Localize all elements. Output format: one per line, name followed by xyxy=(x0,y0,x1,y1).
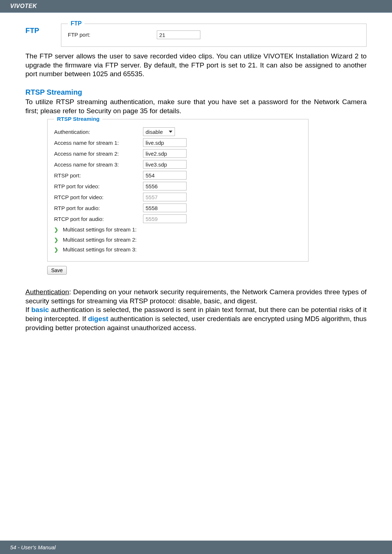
ftp-description: The FTP server allows the user to save r… xyxy=(25,52,367,79)
rtp-audio-row: RTP port for audio: xyxy=(54,204,302,212)
auth-label: Authentication: xyxy=(54,128,143,136)
multicast3-label: Multicast settings for stream 3: xyxy=(63,246,136,253)
rtsp-title: RTSP Streaming xyxy=(25,87,367,97)
rtsp-intro: To utilize RTSP streaming authentication… xyxy=(25,98,367,115)
rtp-video-label: RTP port for video: xyxy=(54,183,143,190)
basic-keyword: basic xyxy=(31,306,49,313)
stream3-row: Access name for stream 3: xyxy=(54,160,302,169)
footer-text: 54 - User's Manual xyxy=(10,544,56,550)
multicast-row-1[interactable]: ❯ Multicast settings for stream 1: xyxy=(54,226,302,233)
stream1-input[interactable] xyxy=(143,138,187,147)
rtsp-fieldset-wrap: RTSP Streaming Authentication: disable A… xyxy=(47,119,309,262)
rtcp-audio-input[interactable] xyxy=(143,214,187,223)
stream1-label: Access name for stream 1: xyxy=(54,139,143,147)
digest-keyword: digest xyxy=(88,315,108,323)
rtp-audio-input[interactable] xyxy=(143,204,187,212)
multicast1-label: Multicast settings for stream 1: xyxy=(63,226,136,233)
rtcp-video-input[interactable] xyxy=(143,193,187,201)
rtsp-fieldset: RTSP Streaming Authentication: disable A… xyxy=(47,119,309,262)
rtp-audio-label: RTP port for audio: xyxy=(54,205,143,212)
stream2-row: Access name for stream 2: xyxy=(54,149,302,158)
auth-select-value: disable xyxy=(146,128,163,136)
expand-icon: ❯ xyxy=(54,237,59,243)
page-content: FTP FTP FTP port: The FTP server allows … xyxy=(0,13,392,332)
rtcp-audio-label: RTCP port for audio: xyxy=(54,216,143,223)
rtsp-legend: RTSP Streaming xyxy=(54,115,102,123)
rtsp-port-row: RTSP port: xyxy=(54,171,302,180)
multicast-row-3[interactable]: ❯ Multicast settings for stream 3: xyxy=(54,246,302,253)
auth-row: Authentication: disable xyxy=(54,127,302,136)
expand-icon: ❯ xyxy=(54,246,59,253)
stream3-input[interactable] xyxy=(143,160,187,169)
brand-text: VIVOTEK xyxy=(10,3,37,9)
rtcp-audio-row: RTCP port for audio: xyxy=(54,214,302,223)
rtcp-video-label: RTCP port for video: xyxy=(54,194,143,201)
line2-prefix: If xyxy=(25,306,31,313)
multicast2-label: Multicast settings for stream 2: xyxy=(63,236,136,243)
auth-select[interactable]: disable xyxy=(143,127,175,136)
ftp-legend: FTP xyxy=(68,20,85,28)
ftp-port-row: FTP port: xyxy=(68,30,360,39)
save-button[interactable]: Save xyxy=(47,266,67,275)
header-bar: VIVOTEK xyxy=(0,0,392,12)
stream2-input[interactable] xyxy=(143,149,187,158)
expand-icon: ❯ xyxy=(54,226,59,233)
rtsp-port-label: RTSP port: xyxy=(54,172,143,179)
ftp-fieldset: FTP FTP port: xyxy=(61,24,367,47)
stream2-label: Access name for stream 2: xyxy=(54,150,143,157)
chevron-down-icon xyxy=(169,131,172,133)
ftp-section: FTP FTP FTP port: xyxy=(25,24,367,47)
ftp-port-label: FTP port: xyxy=(68,31,157,38)
rtp-video-input[interactable] xyxy=(143,182,187,190)
rtsp-port-input[interactable] xyxy=(143,171,187,180)
explain-paragraph: Authentication: Depending on your networ… xyxy=(25,288,367,332)
stream3-label: Access name for stream 3: xyxy=(54,161,143,168)
footer-bar: 54 - User's Manual xyxy=(0,541,392,554)
rtcp-video-row: RTCP port for video: xyxy=(54,193,302,201)
ftp-port-input[interactable] xyxy=(157,30,200,39)
auth-rest: : Depending on your network security req… xyxy=(25,288,367,305)
stream1-row: Access name for stream 1: xyxy=(54,138,302,147)
ftp-side-title: FTP xyxy=(25,26,39,35)
rtp-video-row: RTP port for video: xyxy=(54,182,302,190)
auth-underline: Authentication xyxy=(25,288,69,296)
multicast-row-2[interactable]: ❯ Multicast settings for stream 2: xyxy=(54,236,302,243)
